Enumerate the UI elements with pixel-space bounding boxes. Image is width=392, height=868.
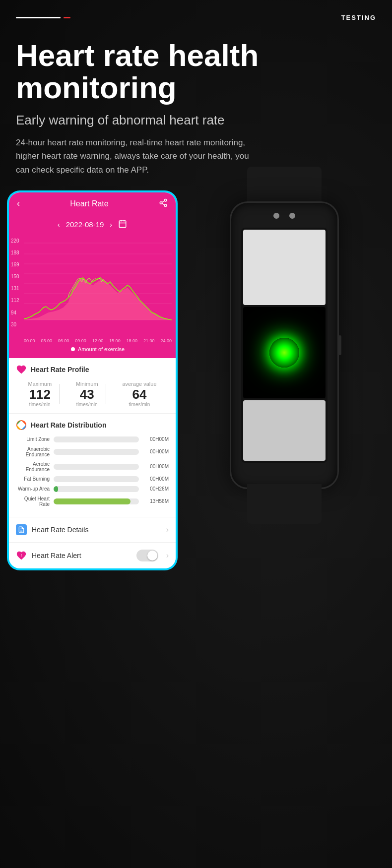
max-unit: times/min bbox=[28, 402, 52, 407]
green-laser-sensor bbox=[269, 338, 299, 368]
watch-screen-bottom bbox=[243, 400, 326, 461]
y-label-150: 150 bbox=[11, 274, 19, 279]
legend-label: Amount of exercise bbox=[78, 346, 125, 352]
x-label-24: 24:00 bbox=[160, 338, 172, 343]
back-button[interactable]: ‹ bbox=[17, 198, 20, 209]
alert-arrow-icon: › bbox=[166, 551, 169, 560]
profile-header: Heart Rate Profile bbox=[16, 364, 169, 375]
anaerobic-bar-container bbox=[54, 449, 139, 455]
min-stat: Minimum 43 times/min bbox=[76, 381, 98, 407]
watch-body bbox=[230, 201, 339, 489]
share-button[interactable] bbox=[159, 198, 168, 209]
header-line-red bbox=[64, 17, 70, 18]
quiet-label: Quiet Heart Rate bbox=[16, 496, 50, 507]
dist-row-fat: Fat Burning 00H00M bbox=[16, 476, 169, 482]
avg-label: average value bbox=[122, 381, 156, 387]
prev-date-button[interactable]: ‹ bbox=[58, 221, 60, 229]
svg-marker-17 bbox=[24, 278, 172, 320]
dist-row-anaerobic: Anaerobic Endurance 00H00M bbox=[16, 446, 169, 457]
svg-point-0 bbox=[164, 199, 167, 201]
profile-title: Heart Rate Profile bbox=[31, 366, 89, 373]
alert-icon: ! bbox=[16, 550, 27, 561]
y-label-131: 131 bbox=[11, 286, 19, 291]
x-label-21: 21:00 bbox=[143, 338, 155, 343]
chart-legend: Amount of exercise bbox=[24, 344, 172, 356]
limit-zone-bar-container bbox=[54, 436, 139, 442]
details-label: Heart Rate Details bbox=[32, 526, 161, 534]
x-label-3: 03:00 bbox=[41, 338, 52, 343]
current-date: 2022-08-19 bbox=[66, 220, 104, 229]
aerobic-time: 00H00M bbox=[143, 464, 169, 469]
svg-point-2 bbox=[164, 204, 167, 207]
distribution-header: Heart Rate Distribution bbox=[16, 420, 169, 431]
y-label-188: 188 bbox=[11, 250, 19, 255]
distribution-title: Heart Rate Distribution bbox=[31, 421, 106, 429]
watch-band-bottom bbox=[247, 484, 322, 524]
aerobic-bar-container bbox=[54, 464, 139, 470]
min-unit: times/min bbox=[76, 402, 98, 407]
y-label-169: 169 bbox=[11, 262, 19, 267]
aerobic-label: Aerobic Endurance bbox=[16, 461, 50, 472]
x-label-15: 15:00 bbox=[109, 338, 121, 343]
hero-section: Heart rate health monitoring Early warni… bbox=[0, 29, 392, 191]
heart-rate-icon bbox=[16, 364, 27, 375]
heart-rate-distribution-section: Heart Rate Distribution Limit Zone 00H00… bbox=[9, 414, 176, 517]
chart-x-labels: 00:00 03:00 06:00 09:00 12:00 15:00 18:0… bbox=[24, 337, 172, 344]
phone-header: ‹ Heart Rate bbox=[9, 192, 176, 215]
watch-screen-top bbox=[243, 230, 326, 306]
heart-rate-alert-row[interactable]: ! Heart Rate Alert › bbox=[9, 543, 176, 568]
heart-rate-profile-section: Heart Rate Profile Maximum 112 times/min… bbox=[9, 358, 176, 414]
dist-row-limit: Limit Zone 00H00M bbox=[16, 436, 169, 442]
warmup-bar-container bbox=[54, 486, 139, 492]
chart-svg bbox=[24, 238, 172, 332]
date-navigation: ‹ 2022-08-19 › bbox=[9, 215, 176, 234]
next-date-button[interactable]: › bbox=[110, 221, 112, 229]
toggle-knob bbox=[147, 551, 157, 560]
x-label-6: 06:00 bbox=[58, 338, 69, 343]
watch-sensors bbox=[273, 213, 295, 219]
x-label-12: 12:00 bbox=[92, 338, 104, 343]
fat-burning-bar-container bbox=[54, 476, 139, 482]
svg-point-1 bbox=[160, 202, 162, 204]
profile-stats: Maximum 112 times/min Minimum 43 times/m… bbox=[16, 381, 169, 407]
legend-dot bbox=[71, 347, 75, 351]
watch-side-button[interactable] bbox=[338, 335, 341, 355]
dist-row-quiet: Quiet Heart Rate 13H56M bbox=[16, 496, 169, 507]
header-line-white bbox=[16, 17, 61, 18]
header: TESTING bbox=[0, 0, 392, 29]
testing-label: TESTING bbox=[341, 14, 376, 21]
max-value: 112 bbox=[28, 388, 52, 401]
quiet-bar bbox=[54, 498, 131, 504]
hero-title: Heart rate health monitoring bbox=[16, 39, 376, 104]
watch-with-bands bbox=[230, 201, 339, 489]
distribution-icon bbox=[16, 420, 27, 431]
y-label-30: 30 bbox=[11, 322, 19, 327]
alert-toggle[interactable] bbox=[136, 550, 158, 561]
quiet-time: 13H56M bbox=[143, 498, 169, 504]
details-icon bbox=[16, 524, 27, 535]
svg-line-4 bbox=[162, 201, 164, 202]
warmup-label: Warm-up Area bbox=[16, 486, 50, 492]
limit-zone-time: 00H00M bbox=[143, 436, 169, 442]
max-label: Maximum bbox=[28, 381, 52, 387]
y-label-112: 112 bbox=[11, 298, 19, 303]
phone-screen-title: Heart Rate bbox=[70, 199, 108, 208]
limit-zone-label: Limit Zone bbox=[16, 436, 50, 442]
heart-rate-chart: 220 188 169 150 131 112 94 30 bbox=[9, 234, 176, 358]
main-layout: ‹ Heart Rate ‹ 2022-08-19 › bbox=[0, 191, 392, 589]
max-stat: Maximum 112 times/min bbox=[28, 381, 52, 407]
heart-rate-details-row[interactable]: Heart Rate Details › bbox=[9, 517, 176, 543]
x-label-18: 18:00 bbox=[127, 338, 138, 343]
y-label-220: 220 bbox=[11, 238, 19, 244]
dist-row-warmup: Warm-up Area 00H26M bbox=[16, 486, 169, 492]
fat-burning-label: Fat Burning bbox=[16, 476, 50, 482]
sensor-dot-right bbox=[289, 213, 295, 219]
svg-line-3 bbox=[162, 203, 164, 205]
fat-burning-time: 00H00M bbox=[143, 476, 169, 482]
anaerobic-time: 00H00M bbox=[143, 449, 169, 454]
calendar-icon[interactable] bbox=[118, 219, 127, 230]
header-line-group bbox=[16, 17, 70, 18]
dist-row-aerobic: Aerobic Endurance 00H00M bbox=[16, 461, 169, 472]
svg-text:!: ! bbox=[21, 553, 22, 558]
avg-unit: times/min bbox=[122, 402, 156, 407]
